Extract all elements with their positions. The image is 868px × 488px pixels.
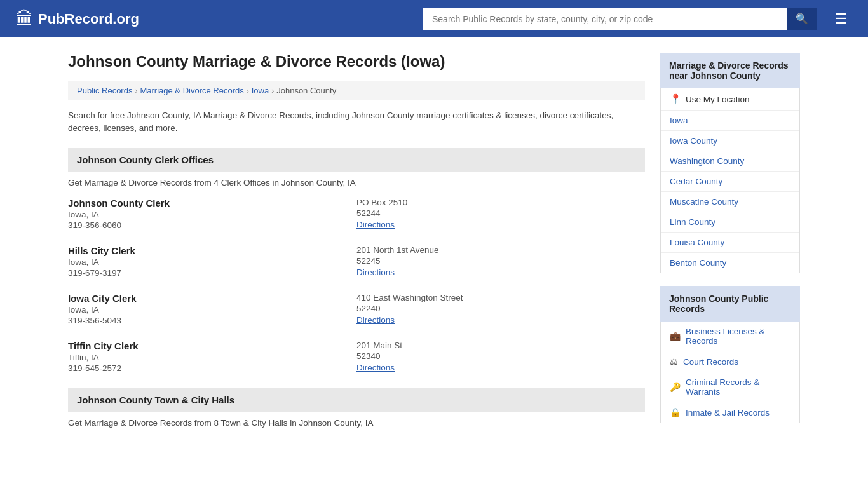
use-location-item[interactable]: 📍 Use My Location <box>661 88 799 111</box>
office-entry-4: Tiffin City Clerk Tiffin, IA 319-545-257… <box>68 341 645 373</box>
nearby-list: 📍 Use My Location Iowa Iowa County Washi… <box>660 88 800 273</box>
nearby-washington-county[interactable]: Washington County <box>661 151 799 172</box>
office-right-1: PO Box 2510 52244 Directions <box>356 198 645 230</box>
menu-icon: ☰ <box>835 11 848 27</box>
office-right-3: 410 East Washington Street 52240 Directi… <box>356 293 645 325</box>
search-button[interactable]: 🔍 <box>787 8 817 30</box>
public-records-inmate[interactable]: 🔒 Inmate & Jail Records <box>661 402 799 423</box>
nearby-benton-county-link[interactable]: Benton County <box>670 258 726 268</box>
inmate-link[interactable]: Inmate & Jail Records <box>686 408 770 417</box>
nearby-benton-county[interactable]: Benton County <box>661 253 799 273</box>
search-input[interactable] <box>423 8 787 30</box>
public-records-list: 💼 Business Licenses & Records ⚖ Court Re… <box>660 322 800 423</box>
breadcrumb: Public Records › Marriage & Divorce Reco… <box>68 81 645 100</box>
breadcrumb-marriage-divorce[interactable]: Marriage & Divorce Records <box>140 86 243 95</box>
breadcrumb-public-records[interactable]: Public Records <box>77 86 132 95</box>
nearby-linn-county-link[interactable]: Linn County <box>670 217 715 227</box>
office-address-4: 201 Main St <box>356 341 645 350</box>
nearby-iowa-county-link[interactable]: Iowa County <box>670 136 717 146</box>
office-left-3: Iowa City Clerk Iowa, IA 319-356-5043 <box>68 293 356 325</box>
menu-button[interactable]: ☰ <box>830 8 853 30</box>
nearby-louisa-county[interactable]: Louisa County <box>661 233 799 253</box>
breadcrumb-sep-2: › <box>247 86 249 95</box>
logo-text: PubRecord.org <box>38 11 139 27</box>
directions-link-3[interactable]: Directions <box>356 315 395 325</box>
office-city-2: Iowa, IA <box>68 257 356 267</box>
nearby-linn-county[interactable]: Linn County <box>661 212 799 233</box>
nearby-louisa-county-link[interactable]: Louisa County <box>670 238 724 247</box>
office-left-2: Hills City Clerk Iowa, IA 319-679-3197 <box>68 245 356 278</box>
office-right-2: 201 North 1st Avenue 52245 Directions <box>356 245 645 278</box>
public-records-criminal[interactable]: 🔑 Criminal Records & Warrants <box>661 372 799 402</box>
business-link[interactable]: Business Licenses & Records <box>686 327 790 346</box>
office-address-1: PO Box 2510 <box>356 198 645 207</box>
public-records-header: Johnson County Public Records <box>660 286 800 322</box>
nearby-iowa-link[interactable]: Iowa <box>670 116 688 125</box>
content-area: Johnson County Marriage & Divorce Record… <box>68 53 645 438</box>
clerk-section-desc: Get Marriage & Divorce Records from 4 Cl… <box>68 178 645 187</box>
criminal-link[interactable]: Criminal Records & Warrants <box>686 377 790 396</box>
directions-link-4[interactable]: Directions <box>356 363 395 372</box>
nearby-cedar-county-link[interactable]: Cedar County <box>670 177 722 186</box>
office-right-4: 201 Main St 52340 Directions <box>356 341 645 373</box>
nearby-muscatine-county-link[interactable]: Muscatine County <box>670 197 738 207</box>
office-phone-2: 319-679-3197 <box>68 268 356 278</box>
criminal-icon: 🔑 <box>670 382 681 392</box>
use-location-label: Use My Location <box>686 95 750 104</box>
public-records-business[interactable]: 💼 Business Licenses & Records <box>661 322 799 351</box>
search-area: 🔍 <box>423 8 817 30</box>
office-entry-2: Hills City Clerk Iowa, IA 319-679-3197 2… <box>68 245 645 278</box>
location-pin-icon: 📍 <box>670 93 682 105</box>
logo-icon: 🏛 <box>15 8 33 29</box>
office-city-1: Iowa, IA <box>68 210 356 219</box>
logo-link[interactable]: 🏛 PubRecord.org <box>15 8 139 29</box>
clerk-section-header: Johnson County Clerk Offices <box>68 148 645 172</box>
court-link[interactable]: Court Records <box>683 357 738 367</box>
office-phone-3: 319-356-5043 <box>68 316 356 325</box>
nearby-muscatine-county[interactable]: Muscatine County <box>661 192 799 212</box>
office-city-3: Iowa, IA <box>68 305 356 315</box>
page-title: Johnson County Marriage & Divorce Record… <box>68 53 645 71</box>
court-icon: ⚖ <box>670 356 678 367</box>
office-left-1: Johnson County Clerk Iowa, IA 319-356-60… <box>68 198 356 230</box>
town-section-desc: Get Marriage & Divorce Records from 8 To… <box>68 418 645 428</box>
breadcrumb-sep-1: › <box>135 86 137 95</box>
office-zip-3: 52240 <box>356 304 645 313</box>
breadcrumb-current: Johnson County <box>276 86 336 95</box>
office-name-2: Hills City Clerk <box>68 245 356 256</box>
business-icon: 💼 <box>670 331 681 341</box>
office-zip-2: 52245 <box>356 256 645 266</box>
breadcrumb-iowa[interactable]: Iowa <box>252 86 269 95</box>
public-records-court[interactable]: ⚖ Court Records <box>661 351 799 372</box>
directions-link-1[interactable]: Directions <box>356 220 395 229</box>
office-zip-1: 52244 <box>356 208 645 218</box>
office-entry-3: Iowa City Clerk Iowa, IA 319-356-5043 41… <box>68 293 645 325</box>
office-left-4: Tiffin City Clerk Tiffin, IA 319-545-257… <box>68 341 356 373</box>
nearby-iowa[interactable]: Iowa <box>661 111 799 131</box>
nearby-header: Marriage & Divorce Records near Johnson … <box>660 53 800 88</box>
site-header: 🏛 PubRecord.org 🔍 ☰ <box>0 0 868 37</box>
office-entry-1: Johnson County Clerk Iowa, IA 319-356-60… <box>68 198 645 230</box>
search-icon: 🔍 <box>796 13 808 24</box>
office-name-3: Iowa City Clerk <box>68 293 356 304</box>
office-city-4: Tiffin, IA <box>68 353 356 362</box>
sidebar: Marriage & Divorce Records near Johnson … <box>660 53 800 438</box>
inmate-icon: 🔒 <box>670 407 681 417</box>
office-name-1: Johnson County Clerk <box>68 198 356 208</box>
office-phone-4: 319-545-2572 <box>68 363 356 373</box>
nearby-washington-county-link[interactable]: Washington County <box>670 156 744 166</box>
main-container: Johnson County Marriage & Divorce Record… <box>53 37 815 453</box>
office-phone-1: 319-356-6060 <box>68 220 356 230</box>
office-zip-4: 52340 <box>356 351 645 361</box>
directions-link-2[interactable]: Directions <box>356 268 395 277</box>
town-section-header: Johnson County Town & City Halls <box>68 388 645 412</box>
breadcrumb-sep-3: › <box>271 86 274 95</box>
office-address-3: 410 East Washington Street <box>356 293 645 302</box>
intro-text: Search for free Johnson County, IA Marri… <box>68 109 645 135</box>
office-name-4: Tiffin City Clerk <box>68 341 356 351</box>
nearby-cedar-county[interactable]: Cedar County <box>661 172 799 192</box>
office-address-2: 201 North 1st Avenue <box>356 245 645 255</box>
nearby-iowa-county[interactable]: Iowa County <box>661 131 799 151</box>
